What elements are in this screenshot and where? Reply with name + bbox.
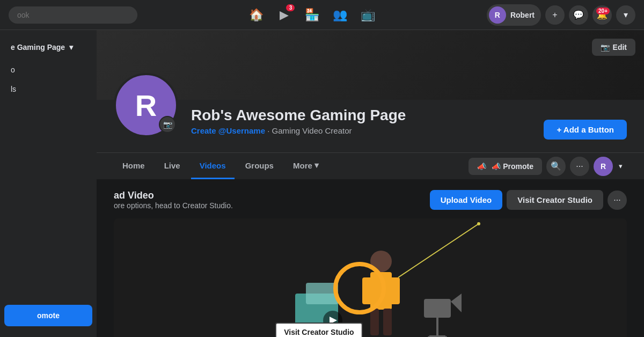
svg-point-18: [477, 222, 480, 225]
profile-subtitle: Create @Username · Gaming Video Creator: [191, 126, 406, 135]
notifications-button[interactable]: 🔔 20+: [592, 5, 612, 25]
edit-cover-button[interactable]: 📷 Edit: [592, 39, 635, 56]
video-placeholder: Visit Creator Studio ⤢: [114, 218, 627, 337]
tab-more[interactable]: More ▾: [284, 153, 327, 179]
store-icon: 🏪: [305, 8, 319, 22]
profile-actions: + Add a Button: [544, 120, 627, 140]
svg-rect-1: [306, 283, 338, 304]
svg-rect-7: [383, 309, 392, 335]
search-icon: 🔍: [551, 161, 561, 171]
add-button[interactable]: +: [545, 5, 565, 25]
create-username-link[interactable]: Create @Username: [191, 126, 265, 135]
videos-header-left: ad Video ore options, head to Creator St…: [114, 190, 233, 210]
messenger-button[interactable]: 💬: [569, 5, 588, 25]
sidebar-item-tools[interactable]: ls: [4, 79, 92, 99]
sidebar-item-o[interactable]: o: [4, 60, 92, 79]
notifications-badge: 20+: [596, 8, 610, 14]
avatar: R: [489, 6, 506, 24]
user-name-label: Robert: [510, 11, 535, 19]
tabs-left: Home Live Videos Groups More ▾: [114, 153, 327, 179]
people-icon: 👥: [333, 8, 347, 22]
upload-video-button[interactable]: Upload Video: [430, 190, 503, 210]
tabs-bar: Home Live Videos Groups More ▾ 📣 📣 Promo…: [97, 152, 644, 179]
visit-creator-studio-button[interactable]: Visit Creator Studio: [507, 190, 603, 210]
store-nav-button[interactable]: 🏪: [299, 2, 325, 28]
svg-rect-5: [389, 277, 400, 304]
visit-creator-studio-tooltip: Visit Creator Studio: [275, 323, 362, 337]
left-sidebar: e Gaming Page ▾ o ls omote: [0, 30, 97, 337]
tab-avatar-chevron-button[interactable]: ▾: [614, 160, 627, 173]
page-selector[interactable]: e Gaming Page ▾: [4, 39, 92, 56]
tv-icon: 📺: [361, 8, 375, 22]
ellipsis-icon: ···: [613, 195, 620, 205]
promote-tab-button[interactable]: 📣 📣 Promote: [469, 158, 542, 175]
ellipsis-icon: ···: [576, 162, 583, 171]
videos-header: ad Video ore options, head to Creator St…: [114, 190, 627, 210]
nav-chevron-button[interactable]: ▾: [616, 5, 635, 25]
tab-avatar-button[interactable]: R: [594, 157, 613, 176]
chevron-down-icon: ▾: [314, 160, 319, 170]
video-nav-button[interactable]: ▶ 3: [271, 2, 297, 28]
tabs-right: 📣 📣 Promote 🔍 ··· R ▾: [469, 157, 627, 176]
sidebar-promote-button[interactable]: omote: [4, 305, 92, 326]
svg-rect-9: [424, 299, 451, 318]
page-name-label: e Gaming Page: [11, 43, 65, 52]
chevron-down-icon: ▾: [619, 162, 623, 170]
people-nav-button[interactable]: 👥: [327, 2, 353, 28]
tab-videos[interactable]: Videos: [191, 153, 235, 179]
user-profile-button[interactable]: R Robert: [487, 4, 541, 26]
videos-more-options-button[interactable]: ···: [608, 191, 627, 210]
svg-rect-4: [362, 277, 373, 304]
camera-icon: 📷: [601, 43, 610, 52]
page-title: Rob's Awesome Gaming Page: [191, 107, 406, 124]
svg-marker-10: [451, 294, 462, 312]
tab-search-button[interactable]: 🔍: [546, 157, 566, 176]
add-a-button-btn[interactable]: + Add a Button: [544, 120, 627, 140]
profile-avatar-wrap: R 📷: [114, 73, 178, 137]
chevron-down-icon: ▾: [624, 10, 628, 20]
nav-icon-group: 🏠 ▶ 3 🏪 👥 📺: [137, 2, 487, 28]
profile-section: R 📷 Rob's Awesome Gaming Page Create @Us…: [97, 100, 644, 152]
change-avatar-button[interactable]: 📷: [159, 116, 176, 133]
search-input[interactable]: [9, 6, 137, 24]
cover-photo: 📷 Edit: [97, 30, 644, 100]
top-navigation: 🏠 ▶ 3 🏪 👥 📺 R Robert + 💬 🔔: [0, 0, 644, 30]
home-nav-button[interactable]: 🏠: [243, 2, 269, 28]
videos-header-right: Upload Video Visit Creator Studio ···: [430, 190, 627, 210]
tab-home[interactable]: Home: [114, 153, 153, 179]
tv-nav-button[interactable]: 📺: [355, 2, 380, 28]
camera-icon: 📷: [163, 120, 172, 129]
main-content: 📷 Edit R 📷 Rob's Awesome Gaming Page Cre…: [97, 30, 644, 337]
videos-section: ad Video ore options, head to Creator St…: [97, 179, 644, 337]
nav-right-group: R Robert + 💬 🔔 20+ ▾: [487, 4, 635, 26]
plus-icon: +: [552, 10, 557, 20]
video-badge: 3: [286, 4, 295, 11]
megaphone-icon: 📣: [477, 162, 486, 171]
video-illustration: [263, 229, 478, 337]
videos-title: ad Video: [114, 190, 233, 201]
tab-more-options-button[interactable]: ···: [570, 157, 589, 176]
messenger-icon: 💬: [573, 10, 584, 20]
svg-rect-6: [370, 309, 379, 335]
tab-live[interactable]: Live: [156, 153, 189, 179]
home-icon: 🏠: [249, 8, 264, 22]
chevron-down-icon: ▾: [69, 43, 73, 52]
videos-subtitle: ore options, head to Creator Studio.: [114, 201, 233, 210]
profile-info: Rob's Awesome Gaming Page Create @Userna…: [191, 107, 406, 144]
tab-groups[interactable]: Groups: [237, 153, 282, 179]
